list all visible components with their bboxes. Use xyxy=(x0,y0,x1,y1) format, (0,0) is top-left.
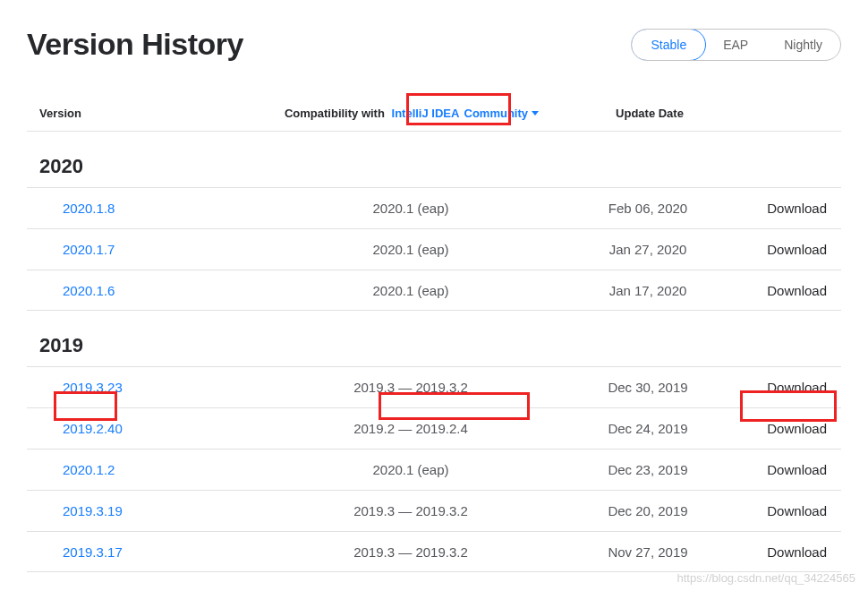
table-row: 2020.1.8 2020.1 (eap) Feb 06, 2020 Downl… xyxy=(27,187,841,228)
version-link[interactable]: 2020.1.6 xyxy=(63,283,254,298)
download-button[interactable]: Download xyxy=(728,201,827,216)
year-group: 2019 2019.3.23 2019.3 — 2019.3.2 Dec 30,… xyxy=(27,311,841,572)
date-cell: Dec 24, 2019 xyxy=(567,421,728,436)
version-link[interactable]: 2019.2.40 xyxy=(63,421,254,436)
download-button[interactable]: Download xyxy=(728,283,827,298)
date-cell: Dec 23, 2019 xyxy=(567,462,728,477)
version-link[interactable]: 2019.3.19 xyxy=(63,503,254,518)
version-link[interactable]: 2019.3.23 xyxy=(63,380,254,395)
table-row: 2019.3.19 2019.3 — 2019.3.2 Dec 20, 2019… xyxy=(27,490,841,531)
compat-cell: 2019.2 — 2019.2.4 xyxy=(254,421,567,436)
table-header-row: Version Compatibility with IntelliJ IDEA… xyxy=(27,107,841,132)
date-cell: Dec 20, 2019 xyxy=(567,503,728,518)
compat-cell: 2019.3 — 2019.3.2 xyxy=(254,503,567,518)
date-cell: Jan 17, 2020 xyxy=(567,283,728,298)
download-button[interactable]: Download xyxy=(728,380,827,395)
download-button[interactable]: Download xyxy=(728,421,827,436)
compat-cell: 2019.3 — 2019.3.2 xyxy=(254,544,567,560)
version-link[interactable]: 2020.1.7 xyxy=(63,242,254,257)
channel-tab-nightly[interactable]: Nightly xyxy=(766,30,840,60)
date-cell: Dec 30, 2019 xyxy=(567,380,728,395)
download-button[interactable]: Download xyxy=(728,544,827,560)
download-button[interactable]: Download xyxy=(728,503,827,518)
compat-cell: 2020.1 (eap) xyxy=(254,283,567,298)
version-link[interactable]: 2019.3.17 xyxy=(63,544,254,560)
column-header-compat: Compatibility with IntelliJ IDEA Communi… xyxy=(254,107,569,120)
download-button[interactable]: Download xyxy=(728,462,827,477)
year-group: 2020 2020.1.8 2020.1 (eap) Feb 06, 2020 … xyxy=(27,132,841,311)
year-heading: 2019 xyxy=(27,311,841,366)
compat-cell: 2020.1 (eap) xyxy=(254,201,567,216)
compat-label: Compatibility with xyxy=(285,107,385,120)
table-row: 2019.3.17 2019.3 — 2019.3.2 Nov 27, 2019… xyxy=(27,531,841,572)
version-link[interactable]: 2020.1.8 xyxy=(63,201,254,216)
download-button[interactable]: Download xyxy=(728,242,827,257)
year-heading: 2020 xyxy=(27,132,841,187)
watermark: https://blog.csdn.net/qq_34224565 xyxy=(677,571,856,585)
table-row: 2020.1.6 2020.1 (eap) Jan 17, 2020 Downl… xyxy=(27,270,841,311)
date-cell: Feb 06, 2020 xyxy=(567,201,728,216)
version-link[interactable]: 2020.1.2 xyxy=(63,462,254,477)
column-header-date: Update Date xyxy=(569,107,730,120)
compat-cell: 2020.1 (eap) xyxy=(254,242,567,257)
chevron-down-icon xyxy=(532,111,539,116)
compat-dropdown-label: Community xyxy=(464,107,529,120)
compat-edition-dropdown[interactable]: Community xyxy=(464,107,540,120)
table-row: 2020.1.2 2020.1 (eap) Dec 23, 2019 Downl… xyxy=(27,449,841,490)
table-row: 2019.3.23 2019.3 — 2019.3.2 Dec 30, 2019… xyxy=(27,366,841,407)
compat-cell: 2019.3 — 2019.3.2 xyxy=(254,380,567,395)
table-row: 2020.1.7 2020.1 (eap) Jan 27, 2020 Downl… xyxy=(27,228,841,270)
table-row: 2019.2.40 2019.2 — 2019.2.4 Dec 24, 2019… xyxy=(27,407,841,449)
column-header-version: Version xyxy=(39,107,254,120)
compat-cell: 2020.1 (eap) xyxy=(254,462,567,477)
date-cell: Nov 27, 2019 xyxy=(567,544,728,560)
channel-tabs: Stable EAP Nightly xyxy=(631,29,841,61)
channel-tab-stable[interactable]: Stable xyxy=(631,29,706,61)
date-cell: Jan 27, 2020 xyxy=(567,242,728,257)
page-title: Version History xyxy=(27,27,243,62)
channel-tab-eap[interactable]: EAP xyxy=(705,30,766,60)
compat-ide-link[interactable]: IntelliJ IDEA xyxy=(392,107,459,120)
